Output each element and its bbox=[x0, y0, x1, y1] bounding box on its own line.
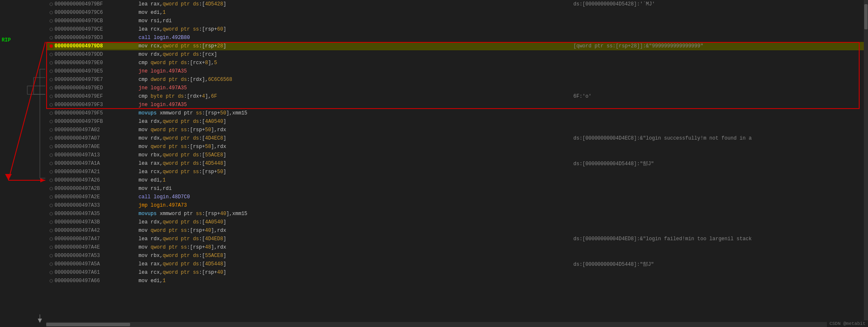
breakpoint-dot[interactable] bbox=[48, 262, 55, 266]
breakpoint-dot[interactable] bbox=[48, 145, 55, 148]
table-row[interactable]: 00000000004979CElea rcx,qword ptr ss:[rs… bbox=[46, 25, 864, 34]
table-row[interactable]: 000000000497A33jmp login.497A73 bbox=[46, 201, 864, 210]
address: 00000000004979E0 bbox=[55, 60, 139, 66]
breakpoint-dot[interactable] bbox=[48, 221, 55, 224]
breakpoint-dot[interactable] bbox=[48, 179, 55, 182]
table-row[interactable]: 000000000497A61lea rcx,qword ptr ss:[rsp… bbox=[46, 268, 864, 277]
table-row[interactable]: 000000000497A4Emov qword ptr ss:[rsp+48]… bbox=[46, 243, 864, 252]
breakpoint-dot[interactable] bbox=[48, 204, 55, 207]
breakpoint-dot[interactable] bbox=[48, 3, 55, 6]
disasm-scroll[interactable]: 00000000004979BFlea rax,qword ptr ds:[4D… bbox=[46, 0, 864, 327]
table-row[interactable]: 000000000497A1Alea rax,qword ptr ds:[4D5… bbox=[46, 159, 864, 168]
breakpoint-dot[interactable] bbox=[48, 103, 55, 106]
table-row[interactable]: 000000000497A35movups xmmword ptr ss:[rs… bbox=[46, 210, 864, 218]
breakpoint-dot[interactable] bbox=[48, 112, 55, 115]
table-row[interactable]: 000000000497A13mov rbx,qword ptr ds:[55A… bbox=[46, 151, 864, 159]
breakpoint-dot[interactable] bbox=[48, 137, 55, 140]
breakpoint-dot[interactable] bbox=[48, 53, 55, 56]
watermark: CSDN @metabit bbox=[827, 320, 868, 327]
breakpoint-dot[interactable] bbox=[48, 61, 55, 65]
breakpoint-dot[interactable] bbox=[48, 279, 55, 283]
instruction: lea rdx,qword ptr ds:[4D4ED8] bbox=[139, 236, 570, 242]
instruction: mov rdx,qword ptr ds:[4D4EC8] bbox=[139, 135, 570, 141]
breakpoint-dot[interactable] bbox=[48, 19, 55, 23]
breakpoint-dot[interactable] bbox=[48, 120, 55, 123]
breakpoint-dot[interactable] bbox=[48, 86, 55, 90]
table-row[interactable]: 00000000004979F3jne login.497A35 bbox=[46, 101, 864, 109]
table-row[interactable]: 000000000497A07mov rdx,qword ptr ds:[4D4… bbox=[46, 134, 864, 143]
table-row[interactable]: 00000000004979D3call login.492B80 bbox=[46, 34, 864, 42]
breakpoint-dot[interactable] bbox=[48, 187, 55, 190]
breakpoint-dot[interactable] bbox=[48, 11, 55, 14]
table-row[interactable]: 00000000004979EDjne login.497A35 bbox=[46, 84, 864, 92]
table-row[interactable]: 000000000497A2Ecall login.48D7C0 bbox=[46, 193, 864, 201]
table-row[interactable]: 000000000497A66mov edi,1 bbox=[46, 277, 864, 285]
comment: ds:[00000000004D4ED8]:&"login failed!min… bbox=[570, 236, 864, 242]
address: 00000000004979C6 bbox=[55, 10, 139, 16]
scrollbar-thumb[interactable] bbox=[46, 323, 130, 326]
breakpoint-dot[interactable] bbox=[48, 128, 55, 132]
instruction: lea rcx,qword ptr ss:[rsp+40] bbox=[139, 270, 570, 275]
address: 000000000497A47 bbox=[55, 236, 139, 242]
table-row[interactable]: 000000000497A3Blea rdx,qword ptr ds:[4A0… bbox=[46, 218, 864, 226]
address: 00000000004979CB bbox=[55, 18, 139, 24]
instruction: mov qword ptr ss:[rsp+40],rdx bbox=[139, 228, 570, 234]
svg-marker-10 bbox=[5, 174, 12, 180]
table-row[interactable]: 00000000004979E5jne login.497A35 bbox=[46, 67, 864, 75]
table-row[interactable]: 00000000004979F5movups xmmword ptr ss:[r… bbox=[46, 109, 864, 117]
breakpoint-dot[interactable] bbox=[48, 195, 55, 199]
breakpoint-dot[interactable] bbox=[48, 78, 55, 81]
address: 000000000497A35 bbox=[55, 211, 139, 217]
table-row[interactable]: 000000000497A02mov qword ptr ss:[rsp+50]… bbox=[46, 126, 864, 134]
table-row[interactable]: 00000000004979E7cmp dword ptr ds:[rdx],6… bbox=[46, 75, 864, 84]
comment: ds:[00000000004D5448]:"郜J" bbox=[570, 261, 864, 268]
breakpoint-dot[interactable] bbox=[48, 153, 55, 157]
instruction: lea rax,qword ptr ds:[4D5428] bbox=[139, 1, 570, 7]
scrollbar-v-thumb[interactable] bbox=[864, 4, 868, 29]
comment: [qword ptr ss:[rsp+28]]:&"99999999999999… bbox=[570, 43, 864, 49]
breakpoint-dot[interactable] bbox=[48, 170, 55, 174]
breakpoint-dot[interactable] bbox=[48, 254, 55, 257]
table-row[interactable]: 00000000004979BFlea rax,qword ptr ds:[4D… bbox=[46, 0, 864, 8]
breakpoint-dot[interactable] bbox=[48, 44, 55, 48]
table-row[interactable]: 00000000004979CBmov rsi,rdi bbox=[46, 17, 864, 25]
address: 00000000004979BF bbox=[55, 1, 139, 7]
breakpoint-dot[interactable] bbox=[48, 70, 55, 73]
vertical-scrollbar[interactable] bbox=[864, 0, 868, 327]
horizontal-scrollbar[interactable] bbox=[46, 322, 860, 327]
table-row[interactable]: 000000000497A2Bmov rsi,rdi bbox=[46, 184, 864, 193]
breakpoint-dot[interactable] bbox=[48, 162, 55, 165]
table-row[interactable]: 00000000004979FBlea rdx,qword ptr ds:[4A… bbox=[46, 117, 864, 126]
instruction: movups xmmword ptr ss:[rsp+40],xmm15 bbox=[139, 211, 570, 217]
table-row[interactable]: 000000000497A0Emov qword ptr ss:[rsp+58]… bbox=[46, 143, 864, 151]
table-row[interactable]: 000000000497A53mov rbx,qword ptr ds:[55A… bbox=[46, 252, 864, 260]
table-row[interactable]: 00000000004979D8mov rcx,qword ptr ss:[rs… bbox=[46, 42, 864, 50]
instruction: call login.492B80 bbox=[139, 35, 570, 41]
instruction: mov rcx,qword ptr ss:[rsp+28] bbox=[139, 43, 570, 49]
table-row[interactable]: 000000000497A47lea rdx,qword ptr ds:[4D4… bbox=[46, 235, 864, 243]
instruction: mov edi,1 bbox=[139, 177, 570, 183]
instruction: mov edi,1 bbox=[139, 278, 570, 284]
breakpoint-dot[interactable] bbox=[48, 28, 55, 31]
table-row[interactable]: 000000000497A26mov edi,1 bbox=[46, 176, 864, 184]
breakpoint-dot[interactable] bbox=[48, 229, 55, 232]
instruction: lea rax,qword ptr ds:[4D5448] bbox=[139, 261, 570, 267]
address: 000000000497A26 bbox=[55, 177, 139, 183]
breakpoint-dot[interactable] bbox=[48, 271, 55, 274]
breakpoint-dot[interactable] bbox=[48, 95, 55, 98]
table-row[interactable]: 000000000497A42mov qword ptr ss:[rsp+40]… bbox=[46, 226, 864, 235]
table-row[interactable]: 000000000497A5Alea rax,qword ptr ds:[4D5… bbox=[46, 260, 864, 268]
breakpoint-dot[interactable] bbox=[48, 237, 55, 241]
instruction: mov rsi,rdi bbox=[139, 18, 570, 24]
breakpoint-dot[interactable] bbox=[48, 36, 55, 39]
table-row[interactable]: 00000000004979EFcmp byte ptr ds:[rdx+4],… bbox=[46, 92, 864, 101]
breakpoint-dot[interactable] bbox=[48, 246, 55, 249]
svg-marker-12 bbox=[40, 178, 45, 182]
breakpoint-dot[interactable] bbox=[48, 212, 55, 215]
table-row[interactable]: 00000000004979C6mov edi,1 bbox=[46, 8, 864, 17]
address: 000000000497A33 bbox=[55, 202, 139, 208]
table-row[interactable]: 00000000004979E0cmp qword ptr ds:[rcx+8]… bbox=[46, 59, 864, 67]
table-row[interactable]: 00000000004979DDmov rdx,qword ptr ds:[rc… bbox=[46, 50, 864, 59]
table-row[interactable]: 000000000497A21lea rcx,qword ptr ss:[rsp… bbox=[46, 168, 864, 176]
address: 00000000004979EF bbox=[55, 93, 139, 99]
